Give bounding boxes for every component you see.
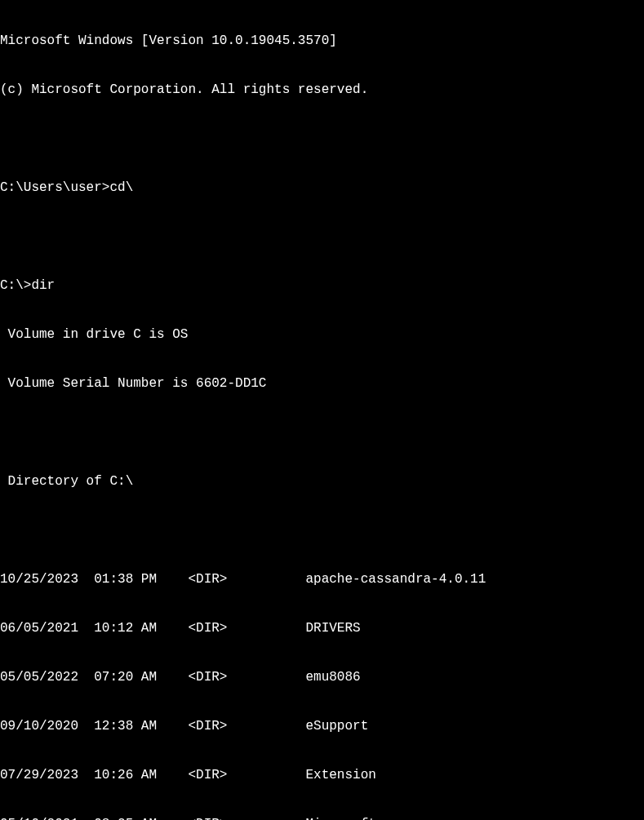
blank-line bbox=[0, 131, 641, 147]
dir-row: 07/29/2023 10:26 AM <DIR> Extension bbox=[0, 767, 641, 783]
banner-line: (c) Microsoft Corporation. All rights re… bbox=[0, 82, 641, 98]
prompt-line: C:\>dir bbox=[0, 277, 641, 294]
dir-serial: Volume Serial Number is 6602-DD1C bbox=[0, 375, 641, 392]
banner-line: Microsoft Windows [Version 10.0.19045.35… bbox=[0, 33, 641, 49]
dir-row: 06/05/2021 10:12 AM <DIR> DRIVERS bbox=[0, 620, 641, 636]
dir-row: 10/25/2023 01:38 PM <DIR> apache-cassand… bbox=[0, 571, 641, 587]
command: dir bbox=[31, 278, 55, 293]
dir-row: 09/10/2020 12:38 AM <DIR> eSupport bbox=[0, 718, 641, 734]
prompt: C:\Users\user> bbox=[0, 180, 109, 195]
dir-volume: Volume in drive C is OS bbox=[0, 326, 641, 343]
dir-row: 05/10/2021 08:25 AM <DIR> Microsoft bbox=[0, 816, 641, 820]
prompt-line: C:\Users\user>cd\ bbox=[0, 180, 641, 196]
blank-line bbox=[0, 522, 641, 539]
prompt: C:\> bbox=[0, 278, 31, 293]
dir-row: 05/05/2022 07:20 AM <DIR> emu8086 bbox=[0, 669, 641, 685]
blank-line bbox=[0, 424, 641, 441]
blank-line bbox=[0, 228, 641, 245]
terminal-window[interactable]: Microsoft Windows [Version 10.0.19045.35… bbox=[0, 0, 644, 820]
dir-heading: Directory of C:\ bbox=[0, 473, 641, 490]
command: cd\ bbox=[109, 180, 133, 195]
